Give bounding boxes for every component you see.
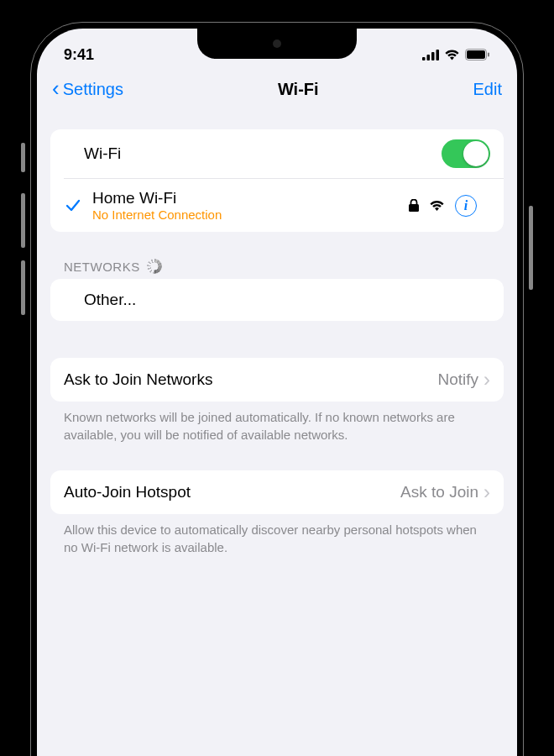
ask-to-join-value: Notify [437, 370, 478, 389]
battery-icon [465, 49, 490, 60]
networks-header: NETWORKS [64, 259, 504, 274]
other-network-row[interactable]: Other... [50, 279, 504, 321]
back-button[interactable]: ‹ Settings [52, 79, 123, 99]
svg-rect-2 [431, 52, 435, 60]
wifi-signal-icon [429, 200, 445, 212]
auto-join-footer: Allow this device to automatically disco… [50, 514, 504, 556]
back-label: Settings [63, 80, 123, 99]
checkmark-icon [64, 198, 82, 213]
chevron-right-icon: › [483, 480, 490, 504]
ask-to-join-label: Ask to Join Networks [64, 370, 437, 389]
svg-rect-5 [467, 50, 485, 59]
spinner-icon [147, 259, 162, 274]
svg-rect-0 [422, 57, 426, 60]
notch [197, 29, 357, 59]
phone-frame: 9:41 ‹ Settings Wi-Fi Edit Wi-Fi [25, 17, 529, 756]
auto-join-row[interactable]: Auto-Join Hotspot Ask to Join › [50, 470, 504, 514]
ask-to-join-row[interactable]: Ask to Join Networks Notify › [50, 358, 504, 402]
wifi-toggle-row: Wi-Fi [50, 129, 504, 178]
network-name: Home Wi-Fi [92, 189, 409, 207]
wifi-toggle-label: Wi-Fi [64, 144, 442, 163]
status-time: 9:41 [64, 46, 94, 64]
info-icon[interactable]: i [455, 195, 477, 217]
auto-join-label: Auto-Join Hotspot [64, 483, 400, 501]
chevron-right-icon: › [483, 368, 490, 391]
connected-network-row[interactable]: Home Wi-Fi No Internet Connection i [64, 178, 504, 232]
page-title: Wi-Fi [278, 80, 319, 99]
network-status: No Internet Connection [92, 207, 409, 222]
wifi-toggle[interactable] [442, 139, 490, 168]
status-indicators [422, 49, 490, 60]
auto-join-value: Ask to Join [400, 483, 478, 501]
svg-rect-6 [488, 53, 489, 57]
wifi-status-icon [444, 50, 460, 60]
svg-rect-3 [436, 50, 440, 60]
chevron-left-icon: ‹ [52, 77, 60, 99]
nav-bar: ‹ Settings Wi-Fi Edit [37, 71, 517, 109]
lock-icon [409, 199, 419, 212]
screen: 9:41 ‹ Settings Wi-Fi Edit Wi-Fi [37, 29, 517, 756]
ask-to-join-footer: Known networks will be joined automatica… [50, 402, 504, 444]
cellular-icon [422, 50, 439, 60]
svg-rect-7 [409, 204, 419, 212]
svg-rect-1 [427, 55, 431, 60]
edit-button[interactable]: Edit [473, 80, 502, 99]
other-network-label: Other... [64, 291, 490, 309]
